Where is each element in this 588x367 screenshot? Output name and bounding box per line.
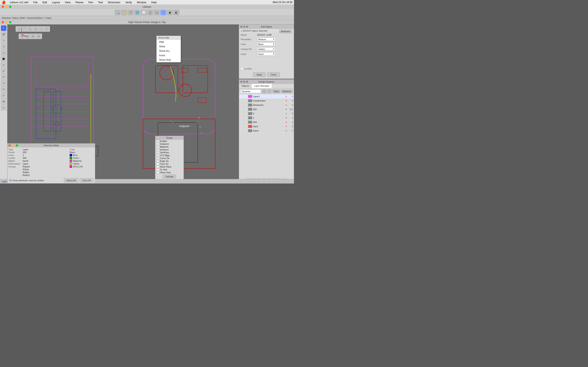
frame-tool[interactable]: ▭ <box>1 105 7 110</box>
de-rename-button[interactable]: Rename <box>281 90 293 93</box>
sh-show-only-item[interactable]: Show Only <box>156 58 181 62</box>
tab-objects[interactable]: Objects <box>239 84 252 88</box>
close-button[interactable]: Close <box>267 72 280 77</box>
layer-x-icon[interactable]: ✕ <box>285 130 287 132</box>
transform-tool[interactable]: ⤢ <box>1 92 7 98</box>
layer-x-icon[interactable]: ✕ <box>285 95 287 98</box>
triangle-tool[interactable]: △ <box>1 50 7 55</box>
layer-edit-icon[interactable]: ✏ <box>240 116 243 119</box>
eo-max-btn[interactable] <box>246 26 248 28</box>
snap-midpoint-checkbox[interactable] <box>156 146 159 148</box>
layer-x-icon[interactable]: ✕ <box>285 121 287 123</box>
layer-visibility-icon[interactable]: 👁 <box>244 112 247 115</box>
grid-tool[interactable]: ⊕ <box>1 99 7 104</box>
window-maximize-button[interactable] <box>9 21 11 24</box>
verify-menu[interactable]: Verify <box>125 1 133 4</box>
dynamic-select[interactable]: Dynamic <box>240 90 261 93</box>
list-item[interactable]: ✏ 👁 Layer1 ✕ 0 <box>239 94 294 99</box>
de-close-btn[interactable] <box>240 81 242 83</box>
layer-edit-icon[interactable]: ✏ <box>240 120 243 124</box>
close-button[interactable] <box>2 6 4 8</box>
planes-menu[interactable]: Planes <box>75 1 84 4</box>
layer-x-icon[interactable]: ✕ <box>285 104 287 106</box>
window-minimize-button[interactable] <box>5 21 8 24</box>
layer-edit-icon[interactable]: ✏ <box>240 95 243 98</box>
layer-visibility-icon[interactable]: 👁 <box>244 116 247 119</box>
list-item[interactable]: ✏ 👁 204 ✕ 1 <box>239 120 294 124</box>
box-tool-btn[interactable]: ⬜ <box>141 10 147 15</box>
layout-menu[interactable]: Layout <box>51 1 61 4</box>
list-item[interactable]: ✏ 👁 Construction ✕ 0 <box>239 99 294 103</box>
polygon-tool[interactable]: ⬡ <box>1 44 7 49</box>
snap-togrid-row[interactable]: To Grid <box>155 168 183 171</box>
layer-edit-icon[interactable]: ✏ <box>240 103 243 107</box>
eo-min-btn[interactable] <box>243 26 245 28</box>
layer-x-icon[interactable]: ✕ <box>285 100 287 102</box>
layer-edit-icon[interactable]: ✏ <box>240 99 243 102</box>
snap-faceon-row[interactable]: Face On <box>155 162 183 165</box>
resolution-select[interactable]: Medium ▾ <box>257 38 276 41</box>
layer-edit-icon[interactable]: ✏ <box>240 108 243 111</box>
scissors-tool[interactable]: ✂ <box>1 86 7 92</box>
pen-tool[interactable]: 🖊 <box>1 68 7 74</box>
snap-curveon-row[interactable]: Curve On <box>155 157 183 160</box>
select-tool[interactable]: ↖ <box>1 25 7 31</box>
globe-tool-btn[interactable]: 🌐 <box>134 10 140 15</box>
sm-max-btn[interactable] <box>16 144 18 147</box>
color-select[interactable]: Black ▾ <box>257 42 276 46</box>
maximize-button[interactable] <box>9 6 11 8</box>
help-menu[interactable]: Help <box>150 1 157 4</box>
layer-visibility-icon[interactable]: 👁 <box>244 99 247 102</box>
apple-logo-icon[interactable]: 🍎 <box>2 0 6 4</box>
layer-x-icon[interactable]: ✕ <box>285 113 287 115</box>
file-menu[interactable]: File <box>33 1 38 4</box>
snap-enable-row[interactable]: Enable <box>155 140 183 142</box>
list-item[interactable]: ✏ 👁 1 ✕ 4 <box>239 116 294 120</box>
control-pts-select[interactable]: Hidden ▾ <box>257 47 276 51</box>
list-item[interactable]: ✏ 👁 frame ✕ 5 <box>239 129 294 133</box>
snap-planeonly-checkbox[interactable] <box>156 171 159 174</box>
window-menu[interactable]: Window <box>136 1 147 4</box>
iso-view-btn[interactable]: ◐ <box>173 10 179 15</box>
view-menu[interactable]: View <box>64 1 71 4</box>
de-min-btn[interactable] <box>243 81 245 83</box>
top-view-btn[interactable]: □ <box>160 10 166 15</box>
attributes-button[interactable]: Attributes <box>279 30 292 33</box>
eo-close-btn[interactable] <box>240 26 242 28</box>
snap-togrid-checkbox[interactable] <box>156 168 159 171</box>
de-add-button[interactable]: + <box>262 89 266 93</box>
sh-hide-item[interactable]: Hide <box>156 40 181 44</box>
apply-button[interactable]: Apply <box>253 72 266 77</box>
snap-intersect-row[interactable]: Intersect <box>155 148 183 151</box>
front-view-btn[interactable]: ◻ <box>147 10 153 15</box>
layer-edit-icon[interactable]: ✏ <box>240 129 243 132</box>
snap-workplane-checkbox[interactable] <box>156 166 159 168</box>
layer-visibility-icon[interactable]: 👁 <box>244 108 247 111</box>
side-view-btn[interactable]: ▭ <box>154 10 160 15</box>
layer-visibility-icon[interactable]: 👁 <box>244 103 247 107</box>
list-item[interactable]: ✏ 👁 Dimension ✕ 0 <box>239 103 294 107</box>
layer-x-icon[interactable]: ✕ <box>285 117 287 119</box>
snap-enable-checkbox[interactable] <box>156 140 159 142</box>
clear-all-button[interactable]: Clear All <box>80 178 93 183</box>
layer-select[interactable]: frame ▾ <box>257 52 276 56</box>
minimize-button[interactable] <box>5 6 8 8</box>
text-menu[interactable]: Text <box>97 1 104 4</box>
snap-faceon-checkbox[interactable] <box>156 163 159 165</box>
zoom-tool-btn[interactable]: 🔍 <box>115 10 121 15</box>
snap-endpoint-checkbox[interactable] <box>156 143 159 145</box>
snap-planeonly-row[interactable]: Plane Only <box>155 171 183 174</box>
locked-checkbox[interactable] <box>241 67 243 70</box>
pencil-tool[interactable]: ✏ <box>1 74 7 80</box>
snap-workplane-row[interactable]: Work Plane <box>155 165 183 168</box>
layer-edit-icon[interactable]: ✏ <box>240 112 243 115</box>
snap-intersect-checkbox[interactable] <box>156 149 159 151</box>
circle-tool[interactable]: ○ <box>1 38 7 43</box>
layer-x-icon[interactable]: ✕ <box>285 108 287 110</box>
persp-view-btn[interactable]: ◉ <box>167 10 173 15</box>
app-name-menu[interactable]: Lithium v12 x64 <box>9 1 29 4</box>
line-tool[interactable]: ↙ <box>1 62 7 68</box>
sm-min-btn[interactable] <box>12 144 15 147</box>
snap-endpoint-row[interactable]: Endpoint <box>155 142 183 145</box>
select-tool-btn[interactable]: ↗ <box>128 10 134 15</box>
